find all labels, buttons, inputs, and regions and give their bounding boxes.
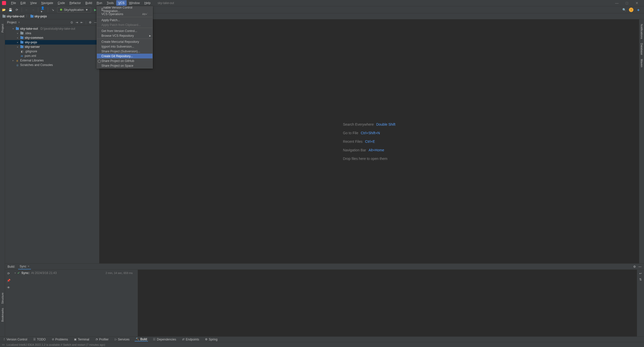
vcs-menu-item[interactable]: Share Project (Subversion)... [97,49,153,54]
build-icon[interactable]: ↘ [51,8,55,12]
close-icon[interactable]: ✕ [27,265,29,268]
soft-wrap-icon[interactable]: ↩ [639,272,642,275]
menu-view[interactable]: View [28,0,39,6]
bottom-tool-version-control[interactable]: ᚶVersion Control [3,338,28,341]
structure-tool-button[interactable]: Structure [1,293,4,304]
vcs-menu-item[interactable]: Apply Patch... [97,18,153,22]
expand-icon[interactable]: ▸ [12,59,15,62]
bottom-tool-services[interactable]: ▷Services [114,338,131,341]
gear-icon[interactable]: ⚙ [89,21,92,24]
back-icon[interactable]: ← [24,8,29,12]
project-tree[interactable]: ▾sky-take-outD:\java\study\sky-take-out▸… [5,25,99,68]
menu-edit[interactable]: Edit [18,0,28,6]
bottom-tool-build[interactable]: 🔨Build [135,337,148,341]
save-icon[interactable]: 💾 [8,8,13,12]
project-tool-button[interactable]: Project [1,24,4,32]
scroll-icon[interactable]: ⇅ [639,278,642,281]
menu-vcs[interactable]: VCS [116,0,127,6]
menu-navigate[interactable]: Navigate [39,0,55,6]
minimize-button[interactable]: — [614,1,619,5]
maven-tool-button[interactable]: Maven [640,59,643,67]
menu-refactor[interactable]: Refactor [67,0,83,6]
vcs-menu-item[interactable]: Get from Version Control... [97,28,153,33]
search-icon[interactable]: 🔍 [622,8,626,12]
vcs-menu-item: Apply Patch from Clipboard... [97,22,153,27]
maximize-button[interactable]: □ [624,1,629,5]
vcs-menu-item[interactable]: Browse VCS Repository▶ [97,33,153,38]
expand-icon[interactable]: ▾ [15,272,16,274]
bottom-tool-profiler[interactable]: ◔Profiler [94,338,110,341]
status-icon[interactable]: ▭ [2,343,5,346]
forward-icon[interactable]: → [31,8,35,12]
eye-icon[interactable]: 👁 [7,286,10,289]
bookmarks-tool-button[interactable]: Bookmarks [1,308,4,322]
tree-row[interactable]: ▸sky-pojo [5,40,99,45]
vcs-menu-dropdown[interactable]: Enable Version Control Integration...VCS… [97,6,153,68]
vcs-menu-item[interactable]: Create Mercurial Repository [97,39,153,44]
bottom-tool-problems[interactable]: ⊘Problems [51,338,69,341]
play-icon: ▷ [115,338,117,341]
account-icon[interactable]: 👤▾ [41,8,45,12]
expand-icon[interactable]: ▸ [16,32,19,34]
close-button[interactable]: ✕ [634,1,639,5]
bottom-tool-todo[interactable]: ☰TODO [32,338,47,341]
expand-icon[interactable]: ▸ [16,46,19,48]
tree-row[interactable]: mpom.xml [5,54,99,58]
menu-help[interactable]: Help [142,0,153,6]
tree-row[interactable]: ◧.gitignore [5,49,99,54]
vcs-menu-item[interactable]: Enable Version Control Integration... [97,7,153,12]
layers-icon: ☷ [153,338,156,341]
menu-file[interactable]: File [9,0,18,6]
breadcrumb-separator: 〉 [26,14,29,18]
breadcrumb-item[interactable]: sky-take-out [3,15,24,18]
collapse-icon[interactable]: ⇤ [81,21,83,24]
tree-row[interactable]: ▸.idea [5,31,99,36]
gear-icon[interactable]: ⚙ [633,265,636,268]
menu-window[interactable]: Window [127,0,142,6]
vcs-menu-item[interactable]: ◯Share Project on GitHub [97,58,153,63]
expand-icon[interactable]: ⇥ [75,21,78,24]
pin-icon[interactable]: 📌 [7,279,11,282]
run-configuration[interactable]: ⬢ SkyApplication ▼ [57,7,91,13]
tree-row[interactable]: ▸sky-server [5,45,99,49]
expand-icon[interactable]: ▸ [16,37,19,39]
reload-icon[interactable]: ⟳ [7,272,10,275]
vcs-menu-item[interactable]: Share Project on Space [97,63,153,68]
open-icon[interactable]: 📂 [2,8,6,12]
tree-row[interactable]: ▾sky-take-outD:\java\study\sky-take-out [5,26,99,31]
menu-build[interactable]: Build [83,0,94,6]
chevron-down-icon[interactable]: ▼ [18,21,20,24]
tree-row[interactable]: ▸⫼External Libraries [5,58,99,63]
editor-placeholder[interactable]: Search EverywhereDouble ShiftGo to FileC… [99,19,639,263]
breadcrumb-item[interactable]: sky-pojo [30,15,47,18]
placeholder-shortcut: Ctrl+Shift+N [361,131,380,135]
tree-row[interactable]: ◎Scratches and Consoles [5,63,99,67]
placeholder-label: Go to File [343,131,358,135]
placeholder-label: Recent Files [343,140,363,144]
bottom-tool-endpoints[interactable]: ⇄Endpoints [181,338,200,341]
ide-icon[interactable]: ◆ [636,8,640,12]
hide-icon[interactable]: — [638,265,641,268]
menu-code[interactable]: Code [56,0,67,6]
notifications-tool-button[interactable]: Notifications [640,24,643,39]
tree-label: .gitignore [25,50,37,53]
tree-row[interactable]: ▸sky-common [5,36,99,40]
expand-icon[interactable]: ▸ [16,41,19,44]
menu-tools[interactable]: Tools [105,0,116,6]
vcs-menu-item[interactable]: VCS OperationsAlt+` [97,12,153,16]
select-opened-icon[interactable]: ⊙ [70,21,73,24]
bottom-tool-terminal[interactable]: ▣Terminal [73,338,90,341]
bottom-tool-spring[interactable]: ✿Spring [204,338,218,341]
bottom-tool-dependencies[interactable]: ☷Dependencies [152,338,177,341]
sync-tab[interactable]: Sync ✕ [18,264,31,269]
placeholder-row: Search EverywhereDouble Shift [343,122,395,126]
database-tool-button[interactable]: Database [640,43,643,55]
chevron-down-icon: ▼ [85,8,88,12]
menu-run[interactable]: Run [95,0,104,6]
refresh-icon[interactable]: ⟳ [15,8,19,12]
updates-icon[interactable]: ↑ [629,8,633,12]
expand-icon[interactable]: ▾ [12,27,15,30]
vcs-menu-item[interactable]: Create Git Repository... [97,54,153,58]
tree-label: sky-server [25,45,40,49]
vcs-menu-item[interactable]: Import into Subversion... [97,44,153,49]
